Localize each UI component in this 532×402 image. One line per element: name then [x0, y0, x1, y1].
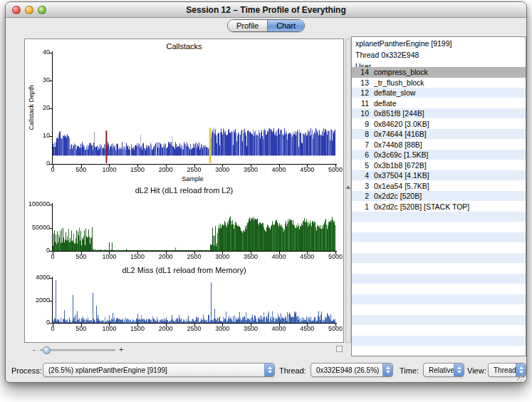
table-row[interactable]: 100x851f8 [244B]: [352, 108, 526, 119]
row-depth-number: 10: [352, 108, 369, 119]
row-symbol-label: 0x1ea54 [5.7KB]: [374, 181, 429, 192]
scroll-up-arrow-icon[interactable]: [346, 185, 350, 189]
table-row[interactable]: 80x74644 [416B]: [352, 129, 526, 140]
row-symbol-label: 0x2d2c [520B] [STACK TOP]: [374, 202, 469, 212]
time-popup[interactable]: Relative: [423, 363, 464, 377]
x-tick-label: 500: [75, 326, 86, 332]
app-window: Session 12 – Time Profile of Everything …: [5, 1, 527, 383]
y-tick-label: 10: [25, 133, 50, 139]
vertical-scrollbar[interactable]: [345, 38, 351, 343]
table-row[interactable]: 20x2d2c [520B]: [352, 191, 526, 202]
x-tick-label: 0: [51, 326, 54, 332]
y-tick-label: 100000: [25, 201, 50, 207]
popup-arrows-icon: [264, 364, 274, 376]
row-symbol-label: 0x744b8 [88B]: [374, 140, 422, 150]
process-header: xplanetPantherEngine [9199]: [352, 37, 526, 48]
table-row[interactable]: 90x84620 [3.0KB]: [352, 119, 526, 130]
row-depth-number: 12: [352, 88, 369, 98]
time-label: Time:: [400, 366, 419, 375]
y-tick-label: 50000: [25, 225, 50, 231]
x-tick-label: 5000: [328, 326, 343, 332]
x-tick-label: 1000: [102, 326, 116, 332]
x-tick-label: 4000: [272, 167, 286, 173]
row-symbol-label: 0x74644 [416B]: [374, 129, 427, 140]
table-row[interactable]: 10x2d2c [520B] [STACK TOP]: [352, 202, 526, 212]
window-resize-grip[interactable]: [517, 373, 526, 381]
row-depth-number: 1: [352, 202, 369, 212]
time-popup-value: Relative: [424, 366, 454, 374]
window-controls: [12, 6, 46, 14]
y-tick-label: 30: [25, 77, 50, 83]
row-symbol-label: 0x3c69c [1.5KB]: [374, 150, 428, 160]
x-tick-label: 1000: [102, 167, 116, 173]
row-depth-number: 7: [352, 140, 369, 150]
table-row[interactable]: 12deflate_slow: [352, 88, 526, 98]
row-depth-number: 8: [352, 129, 369, 140]
y-tick-label: 0: [25, 319, 50, 326]
x-tick-label: 2000: [159, 167, 173, 173]
x-tick-label: 3500: [244, 326, 258, 332]
row-depth-number: 13: [352, 78, 369, 88]
row-symbol-label: 0x37504 [4.1KB]: [374, 170, 429, 181]
row-depth-number: 6: [352, 150, 369, 160]
x-tick-label: 2500: [187, 167, 201, 173]
view-popup-value: Thread: [489, 366, 516, 374]
popup-arrows-icon: [454, 364, 464, 376]
zoom-out-button[interactable]: -: [33, 345, 36, 354]
table-row[interactable]: 14compress_block: [352, 67, 526, 78]
zoom-in-button[interactable]: +: [119, 345, 123, 354]
callstacks-plot-canvas[interactable]: [48, 51, 337, 169]
dl2-miss-plot-canvas[interactable]: [48, 277, 337, 328]
row-symbol-label: compress_block: [374, 67, 428, 78]
y-tick-label: 0: [25, 160, 50, 167]
callstack-panel: xplanetPantherEngine [9199] Thread 0x332…: [351, 36, 526, 356]
x-tick-label: 4500: [300, 167, 314, 173]
callstacks-chart: Callstacks Callstack Depth Sample 010203…: [25, 39, 343, 179]
dl2-hit-plot-canvas[interactable]: [48, 203, 337, 256]
table-row[interactable]: 40x37504 [4.1KB]: [352, 170, 526, 181]
row-depth-number: 2: [352, 191, 369, 202]
x-tick-label: 1500: [130, 167, 145, 173]
tab-chart[interactable]: Chart: [268, 20, 304, 31]
table-row[interactable]: 11deflate: [352, 98, 526, 109]
table-row[interactable]: 70x744b8 [88B]: [352, 140, 526, 150]
x-tick-label: 4500: [300, 326, 314, 332]
row-depth-number: 14: [352, 67, 369, 78]
bottom-control-bar: Process: (26.5%) xplanetPantherEngine [9…: [6, 359, 526, 383]
dl2-miss-chart: dL2 Miss (dL1 reload from Memory) 020004…: [25, 259, 343, 344]
x-tick-label: 3000: [215, 167, 229, 173]
tab-row: Profile Chart: [6, 19, 526, 32]
row-depth-number: 4: [352, 170, 369, 181]
process-popup[interactable]: (26.5%) xplanetPantherEngine [9199]: [43, 363, 275, 377]
table-row[interactable]: 30x1ea54 [5.7KB]: [352, 181, 526, 192]
zoom-slider-track[interactable]: [40, 349, 115, 351]
tab-profile[interactable]: Profile: [228, 20, 268, 31]
y-tick-label: 4000: [25, 274, 50, 281]
row-symbol-label: deflate: [374, 98, 397, 109]
table-row[interactable]: 60x3c69c [1.5KB]: [352, 150, 526, 160]
x-tick-label: 3000: [215, 326, 229, 332]
thread-header: Thread 0x332E948: [352, 48, 526, 60]
row-symbol-label: 0x2d2c [520B]: [374, 191, 422, 202]
zoom-slider-thumb[interactable]: [43, 346, 51, 354]
scroll-corner-box: [336, 346, 343, 352]
thread-popup[interactable]: 0x332E948 (26.5%): [311, 363, 393, 377]
table-row[interactable]: 50x3b1b8 [672B]: [352, 160, 526, 171]
zoom-button-icon[interactable]: [38, 6, 46, 14]
table-row[interactable]: 13_tr_flush_block: [352, 78, 526, 88]
row-symbol-label: 0x84620 [3.0KB]: [374, 119, 429, 130]
chart-title: dL2 Hit (dL1 reload from L2): [25, 186, 343, 195]
row-depth-number: 3: [352, 181, 369, 192]
process-popup-value: (26.5%) xplanetPantherEngine [9199]: [43, 366, 264, 374]
x-tick-label: 2000: [159, 326, 173, 332]
y-tick-label: 40: [25, 49, 50, 56]
zoom-slider-row: - +: [24, 345, 344, 355]
x-tick-label: 5000: [328, 167, 343, 173]
x-tick-label: 4000: [272, 326, 286, 332]
minimize-button-icon[interactable]: [25, 6, 33, 14]
dl2-hit-chart: dL2 Hit (dL1 reload from L2) 05000010000…: [25, 179, 343, 259]
x-tick-label: 0: [51, 167, 54, 173]
x-tick-label: 500: [75, 167, 86, 173]
y-tick-label: 2000: [25, 297, 50, 304]
close-button-icon[interactable]: [12, 6, 21, 14]
